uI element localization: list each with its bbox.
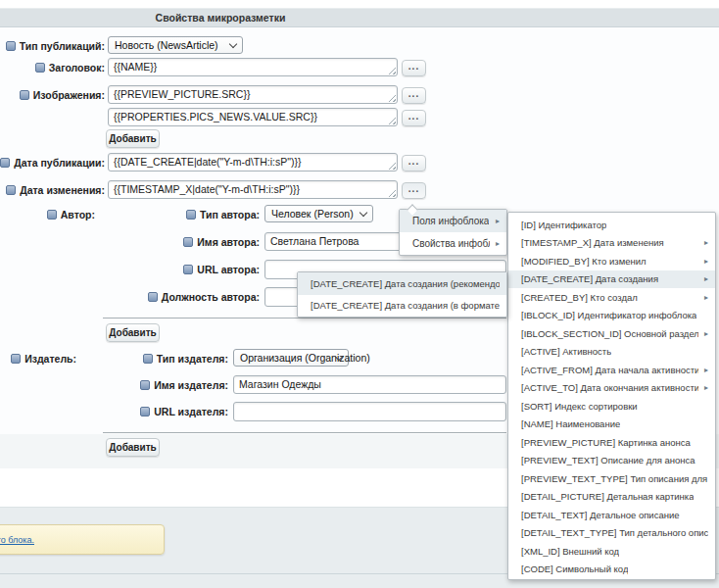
images-label: Изображения: bbox=[20, 88, 105, 101]
context-menu-date-create-variants: [DATE_CREATE] Дата создания (рекомендова… bbox=[297, 271, 507, 318]
author-label: Автор: bbox=[47, 208, 95, 220]
hint-icon[interactable] bbox=[6, 41, 16, 51]
menu-item[interactable]: [SORT] Индекс сортировки bbox=[508, 397, 715, 416]
author-type-select[interactable]: Человек (Person) bbox=[264, 205, 373, 222]
publisher-url-input[interactable] bbox=[233, 402, 506, 421]
add-image-button[interactable]: Добавить bbox=[106, 129, 160, 148]
title-more-button[interactable]: ... bbox=[402, 60, 426, 76]
menu-item[interactable]: Свойства инфоблока▸ bbox=[400, 232, 506, 255]
submenu-arrow-icon: ▸ bbox=[704, 257, 708, 266]
image-input-1[interactable]: {{PREVIEW_PICTURE.SRC}} bbox=[108, 85, 398, 104]
add-author-button[interactable]: Добавить bbox=[106, 323, 160, 342]
hint-icon[interactable] bbox=[11, 354, 21, 364]
menu-item-label: [PREVIEW_TEXT] Описание для анонса bbox=[521, 455, 695, 466]
menu-item-label: Свойства инфоблока bbox=[412, 238, 490, 249]
microdata-properties-panel: Свойства микроразметки Тип публикаций: Н… bbox=[0, 0, 719, 588]
menu-item[interactable]: [ACTIVE] Активность bbox=[508, 343, 715, 362]
hint-icon[interactable] bbox=[183, 237, 193, 247]
image-input-2[interactable]: {{PROPERTIES.PICS_NEWS.VALUE.SRC}} bbox=[108, 108, 398, 126]
hint-icon[interactable] bbox=[140, 407, 150, 416]
submenu-arrow-icon: ▸ bbox=[496, 217, 500, 225]
title-input[interactable]: {{NAME}} bbox=[108, 58, 398, 76]
menu-item[interactable]: [DATE_CREATE] Дата создания▸ bbox=[508, 270, 715, 289]
menu-item[interactable]: [PREVIEW_TEXT] Описание для анонса bbox=[508, 452, 715, 470]
menu-item-label: [ACTIVE_FROM] Дата начала активности bbox=[521, 365, 698, 375]
menu-item-label: [DETAIL_TEXT] Детальное описание bbox=[521, 510, 680, 520]
hint-icon[interactable] bbox=[6, 185, 16, 195]
menu-item-label: [ACTIVE_TO] Дата окончания активности bbox=[521, 382, 698, 393]
resize-grip-icon[interactable] bbox=[388, 189, 396, 197]
publisher-name-input[interactable]: Магазин Одежды bbox=[233, 375, 506, 394]
date-modified-more-button[interactable]: ... bbox=[402, 182, 426, 199]
menu-item[interactable]: [CODE] Символьный код bbox=[508, 561, 715, 579]
date-published-label: Дата публикации: bbox=[0, 156, 105, 169]
menu-item-label: [DATE_CREATE] Дата создания bbox=[521, 273, 658, 284]
menu-item-label: [DATE_CREATE] Дата создания (в формате с… bbox=[311, 300, 500, 311]
title-label: Заголовок: bbox=[35, 61, 105, 74]
menu-item-label: [CODE] Символьный код bbox=[521, 564, 628, 574]
menu-item-label: [CREATED_BY] Кто создал bbox=[521, 292, 638, 303]
date-published-more-button[interactable]: ... bbox=[402, 155, 426, 172]
menu-item[interactable]: [NAME] Наименование bbox=[508, 416, 715, 434]
hint-icon[interactable] bbox=[148, 292, 158, 302]
hint-icon[interactable] bbox=[143, 354, 153, 364]
menu-item[interactable]: [DETAIL_TEXT] Детальное описание bbox=[508, 506, 715, 524]
menu-item[interactable]: [DATE_CREATE] Дата создания (рекомендова… bbox=[298, 272, 506, 295]
date-modified-input[interactable]: {{TIMESTAMP_X|date("Y-m-d\TH:i:sP")}} bbox=[108, 180, 398, 199]
author-url-label: URL автора: bbox=[183, 263, 260, 275]
menu-item-label: [DETAIL_TEXT_TYPE] Тип детального описан… bbox=[521, 527, 708, 538]
author-type-label: Тип автора: bbox=[186, 208, 260, 220]
menu-item[interactable]: [DETAIL_TEXT_TYPE] Тип детального описан… bbox=[508, 524, 715, 543]
menu-item[interactable]: [ACTIVE_FROM] Дата начала активности▸ bbox=[508, 361, 715, 379]
menu-item[interactable]: [DETAIL_PICTURE] Детальная картинка bbox=[508, 488, 715, 507]
menu-item-label: [DATE_CREATE] Дата создания (рекомендова… bbox=[311, 278, 500, 289]
menu-item-label: [ACTIVE] Активность bbox=[521, 346, 611, 357]
menu-item[interactable]: [PREVIEW_PICTURE] Картинка анонса bbox=[508, 433, 715, 452]
menu-item-label: [SORT] Индекс сортировки bbox=[521, 401, 638, 412]
submenu-arrow-icon: ▸ bbox=[704, 366, 708, 374]
menu-item-label: [DETAIL_PICTURE] Детальная картинка bbox=[521, 491, 694, 502]
menu-item[interactable]: [DATE_CREATE] Дата создания (в формате с… bbox=[298, 295, 506, 318]
hint-link[interactable]: ого блока. bbox=[0, 535, 34, 545]
menu-item[interactable]: [ID] Идентификатор bbox=[508, 216, 715, 234]
author-position-label: Должность автора: bbox=[148, 290, 260, 303]
image-1-more-button[interactable]: ... bbox=[402, 87, 426, 104]
resize-grip-icon[interactable] bbox=[388, 67, 396, 74]
menu-item[interactable]: [IBLOCK_SECTION_ID] Основной раздел▸ bbox=[508, 324, 715, 343]
menu-item[interactable]: [CREATED_BY] Кто создал▸ bbox=[508, 288, 715, 307]
menu-item-label: [NAME] Наименование bbox=[521, 418, 620, 429]
resize-grip-icon[interactable] bbox=[388, 162, 396, 170]
resize-grip-icon[interactable] bbox=[388, 94, 396, 102]
publisher-label: Издатель: bbox=[11, 352, 76, 365]
menu-item[interactable]: [MODIFIED_BY] Кто изменил▸ bbox=[508, 252, 715, 270]
resize-grip-icon[interactable] bbox=[388, 117, 396, 124]
hint-icon[interactable] bbox=[35, 63, 45, 73]
submenu-arrow-icon: ▸ bbox=[704, 329, 708, 338]
menu-item[interactable]: Поля инфоблока▸ bbox=[400, 210, 506, 232]
hint-icon[interactable] bbox=[20, 90, 29, 100]
menu-item[interactable]: [PREVIEW_TEXT_TYPE] Тип описания для ано… bbox=[508, 469, 715, 488]
hint-icon[interactable] bbox=[183, 265, 193, 274]
submenu-arrow-icon: ▸ bbox=[496, 239, 500, 248]
publisher-type-select[interactable]: Организация (Organization) bbox=[233, 349, 349, 367]
chevron-down-icon bbox=[360, 209, 367, 217]
panel-title: Свойства микроразметки bbox=[0, 9, 441, 26]
menu-item-label: Поля инфоблока bbox=[412, 216, 489, 226]
menu-item[interactable]: [ACTIVE_TO] Дата окончания активности▸ bbox=[508, 379, 715, 398]
menu-item-label: [IBLOCK_ID] Идентификатор инфоблока bbox=[521, 310, 696, 320]
hint-icon[interactable] bbox=[140, 380, 150, 390]
hint-icon[interactable] bbox=[47, 210, 57, 220]
menu-item-label: [XML_ID] Внешний код bbox=[521, 546, 619, 557]
menu-item[interactable]: [TIMESTAMP_X] Дата изменения▸ bbox=[508, 234, 715, 253]
menu-item-label: [PREVIEW_TEXT_TYPE] Тип описания для ано… bbox=[521, 473, 708, 484]
menu-item[interactable]: [XML_ID] Внешний код bbox=[508, 542, 715, 561]
submenu-arrow-icon: ▸ bbox=[704, 274, 708, 283]
hint-icon[interactable] bbox=[0, 158, 10, 168]
publisher-url-label: URL издателя: bbox=[140, 405, 228, 417]
hint-icon[interactable] bbox=[186, 210, 196, 220]
menu-item[interactable]: [IBLOCK_ID] Идентификатор инфоблока bbox=[508, 307, 715, 325]
image-2-more-button[interactable]: ... bbox=[402, 110, 426, 126]
date-published-input[interactable]: {{DATE_CREATE|date("Y-m-d\TH:i:sP")}} bbox=[108, 153, 398, 172]
add-publisher-button[interactable]: Добавить bbox=[106, 438, 160, 457]
publication-type-select[interactable]: Новость (NewsArticle) bbox=[108, 36, 243, 54]
